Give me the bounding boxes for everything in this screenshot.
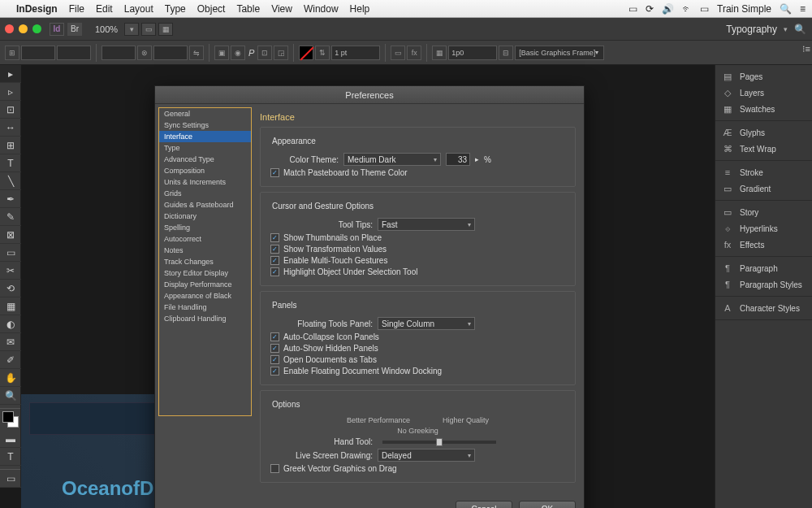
category-general[interactable]: General [159, 108, 251, 119]
battery-icon[interactable]: ▭ [700, 3, 709, 15]
spotlight-icon[interactable]: 🔍 [780, 3, 792, 15]
x-field[interactable] [21, 46, 55, 60]
category-file-handling[interactable]: File Handling [159, 302, 251, 313]
brightness-stepper-icon[interactable]: ▸ [475, 155, 479, 163]
inset-field[interactable]: 1p0 [448, 46, 497, 60]
panel-effects[interactable]: fxEffects [715, 237, 812, 253]
fx-icon-a[interactable]: ▭ [391, 46, 405, 60]
multi-touch-checkbox[interactable]: ✓Enable Multi-Touch Gestures [270, 256, 568, 265]
content-icon[interactable]: ◉ [231, 46, 245, 60]
menu-type[interactable]: Type [165, 3, 186, 15]
workspace-switcher[interactable]: Typography [726, 24, 777, 35]
open-tabs-checkbox[interactable]: ✓Open Documents as Tabs [270, 355, 568, 364]
fitting-icon[interactable]: ▦ [432, 46, 447, 60]
flip-h-icon[interactable]: ⇋ [189, 46, 204, 60]
panel-character-styles[interactable]: ACharacter Styles [715, 300, 812, 316]
align-icon[interactable]: ⊟ [499, 46, 513, 60]
menu-object[interactable]: Object [197, 3, 226, 15]
category-advanced-type[interactable]: Advanced Type [159, 154, 251, 165]
fill-none-icon[interactable] [299, 46, 313, 60]
category-story-editor-display[interactable]: Story Editor Display [159, 267, 251, 279]
category-notes[interactable]: Notes [159, 245, 251, 256]
panel-glyphs[interactable]: ÆGlyphs [715, 124, 812, 141]
tray-app-name[interactable]: Train Simple [717, 3, 771, 15]
rectangle-tool[interactable]: ▭ [0, 244, 21, 262]
hand-tool[interactable]: ✋ [0, 369, 21, 387]
page-tool[interactable]: ⊡ [0, 101, 21, 119]
menu-window[interactable]: Window [304, 3, 339, 15]
menu-table[interactable]: Table [236, 3, 260, 15]
stroke-swap-icon[interactable]: ⇅ [315, 46, 330, 60]
zoom-level[interactable]: 100% [95, 24, 118, 34]
tool-tips-dropdown[interactable]: Fast▾ [378, 218, 475, 231]
line-tool[interactable]: ╲ [0, 172, 21, 190]
w-field[interactable] [57, 46, 91, 60]
sync-icon[interactable]: ⟳ [646, 3, 654, 15]
panel-gradient[interactable]: ▭Gradient [715, 180, 812, 197]
category-display-performance[interactable]: Display Performance [159, 279, 251, 290]
ref-point-icon[interactable]: ⊞ [5, 46, 19, 60]
scissors-tool[interactable]: ✂ [0, 262, 21, 280]
category-type[interactable]: Type [159, 142, 251, 154]
auto-collapse-checkbox[interactable]: ✓Auto-Collapse Icon Panels [270, 332, 568, 341]
floating-dock-checkbox[interactable]: ✓Enable Floating Document Window Docking [270, 367, 568, 376]
wifi-icon[interactable]: ᯤ [682, 3, 692, 15]
menu-edit[interactable]: Edit [96, 3, 113, 15]
panel-layers[interactable]: ◇Layers [715, 85, 812, 101]
display-icon[interactable]: ▭ [628, 3, 637, 15]
corner-icon[interactable]: ◲ [274, 46, 288, 60]
free-transform-tool[interactable]: ⟲ [0, 280, 21, 297]
cancel-button[interactable]: Cancel [456, 501, 512, 508]
pencil-tool[interactable]: ✎ [0, 208, 21, 226]
constrain-icon[interactable]: ⊗ [137, 46, 152, 60]
apply-color-button[interactable]: ▬ [0, 430, 21, 448]
note-tool[interactable]: ✉ [0, 333, 21, 351]
close-window-button[interactable] [5, 24, 14, 33]
scale-x-field[interactable] [102, 46, 136, 60]
rectangle-frame-tool[interactable]: ⊠ [0, 226, 21, 244]
app-name[interactable]: InDesign [16, 3, 58, 15]
object-style-dropdown[interactable]: [Basic Graphics Frame]▾ [515, 46, 604, 60]
container-icon[interactable]: ▣ [214, 46, 229, 60]
arrange-button[interactable]: ▦ [158, 23, 173, 36]
panel-paragraph[interactable]: ¶Paragraph [715, 260, 812, 276]
direct-selection-tool[interactable]: ▹ [0, 83, 21, 101]
zoom-tool[interactable]: 🔍 [0, 387, 21, 405]
panel-menu-icon[interactable]: ⁝≡ [802, 44, 810, 54]
gradient-feather-tool[interactable]: ◐ [0, 315, 21, 333]
category-interface[interactable]: Interface [159, 131, 251, 142]
screen-mode-normal[interactable]: ▭ [0, 470, 21, 488]
pen-tool[interactable]: ✒ [0, 190, 21, 208]
live-drawing-dropdown[interactable]: Delayed▾ [378, 449, 475, 462]
content-collector-tool[interactable]: ⊞ [0, 137, 21, 154]
ok-button[interactable]: OK [519, 501, 576, 508]
floating-panel-dropdown[interactable]: Single Column▾ [378, 317, 475, 330]
match-pasteboard-checkbox[interactable]: ✓Match Pasteboard to Theme Color [270, 168, 568, 177]
menu-help[interactable]: Help [350, 3, 370, 15]
volume-icon[interactable]: 🔊 [662, 3, 674, 15]
category-grids[interactable]: Grids [159, 188, 251, 199]
screen-mode-button[interactable]: ▭ [141, 23, 156, 36]
wrap-icon[interactable]: ⊡ [257, 46, 272, 60]
fill-stroke-swatch[interactable] [2, 411, 19, 428]
show-transform-checkbox[interactable]: ✓Show Transformation Values [270, 245, 568, 254]
rotate-field[interactable] [153, 46, 188, 60]
color-theme-dropdown[interactable]: Medium Dark▾ [343, 153, 441, 166]
type-tool[interactable]: T [0, 154, 21, 172]
auto-show-checkbox[interactable]: ✓Auto-Show Hidden Panels [270, 344, 568, 353]
fx-icon-b[interactable]: fx [407, 46, 421, 60]
gap-tool[interactable]: ↔ [0, 119, 21, 137]
view-options-button[interactable]: ▾ [124, 23, 139, 36]
highlight-object-checkbox[interactable]: ✓Highlight Object Under Selection Tool [270, 267, 568, 276]
panel-pages[interactable]: ▤Pages [715, 68, 812, 85]
panel-story[interactable]: ▭Story [715, 204, 812, 220]
panel-stroke[interactable]: ≡Stroke [715, 164, 812, 180]
panel-paragraph-styles[interactable]: ¶Paragraph Styles [715, 276, 812, 293]
brightness-field[interactable]: 33 [446, 153, 470, 166]
category-clipboard-handling[interactable]: Clipboard Handling [159, 313, 251, 324]
show-thumbnails-checkbox[interactable]: ✓Show Thumbnails on Place [270, 233, 568, 242]
category-track-changes[interactable]: Track Changes [159, 256, 251, 267]
menu-file[interactable]: File [69, 3, 84, 15]
category-spelling[interactable]: Spelling [159, 222, 251, 233]
selection-tool[interactable]: ▸ [0, 65, 21, 83]
